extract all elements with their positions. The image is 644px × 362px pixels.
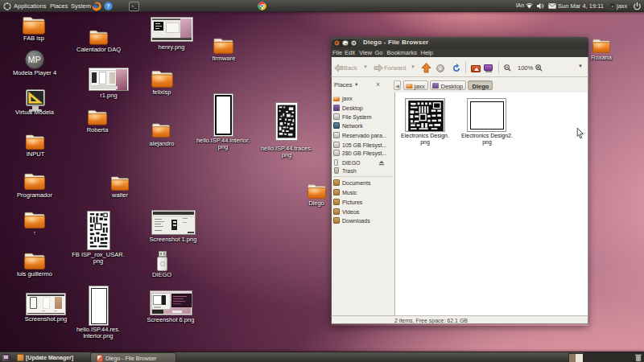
svg-text:?: ? (107, 3, 110, 9)
